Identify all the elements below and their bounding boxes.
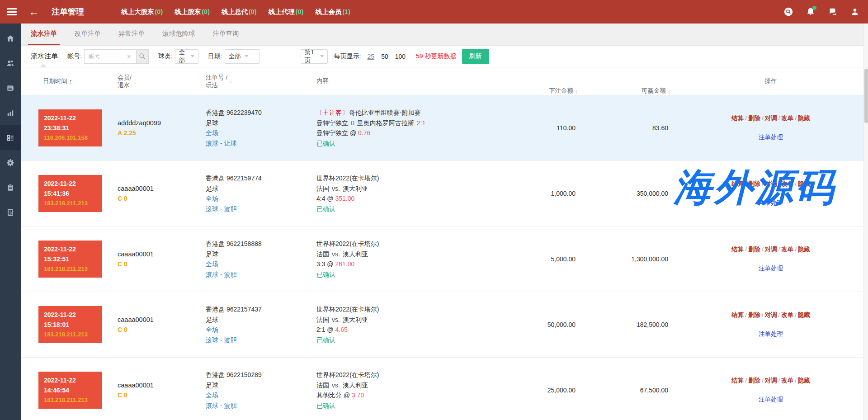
- header-nav-link[interactable]: 线上总代(0): [222, 8, 257, 16]
- action-settle-link[interactable]: 结算: [731, 311, 744, 318]
- refresh-button[interactable]: 刷新: [462, 49, 489, 64]
- tab-4[interactable]: 注单查询: [210, 24, 242, 45]
- action-settle-link[interactable]: 结算: [731, 377, 744, 384]
- sidebar-item-settings[interactable]: [0, 150, 21, 175]
- action-settle-link[interactable]: 结算: [731, 246, 744, 253]
- header-bet-amount[interactable]: 下注金额 ↓: [524, 67, 581, 95]
- action-modify-link[interactable]: 改单: [781, 311, 793, 318]
- home-team: 法国: [316, 382, 329, 389]
- scope-link[interactable]: 全场: [206, 325, 312, 335]
- action-hide-link[interactable]: 隐藏: [798, 311, 810, 318]
- sidebar-item-orders[interactable]: [0, 125, 21, 150]
- sidebar-item-users[interactable]: [0, 51, 21, 76]
- member-name: caaaa00001: [118, 316, 201, 323]
- sport-label: 球类:: [158, 52, 173, 61]
- action-delete-link[interactable]: 删除: [748, 377, 760, 384]
- header-datetime[interactable]: 日期时间 ↑: [21, 67, 113, 95]
- page-select[interactable]: 第1页: [301, 49, 328, 64]
- header-member[interactable]: 会员/ 退水 ↓: [113, 67, 201, 95]
- cell-actions: 结算/删除/对调/改单/隐藏 注单处理: [674, 227, 868, 292]
- action-links: 结算/删除/对调/改单/隐藏: [731, 180, 810, 188]
- process-order-link[interactable]: 注单处理: [759, 199, 783, 207]
- action-modify-link[interactable]: 改单: [781, 377, 793, 384]
- header-win-amount[interactable]: 可赢金额 ↓: [581, 67, 674, 95]
- page-size-label: 每页显示:: [334, 52, 361, 61]
- action-hide-link[interactable]: 隐藏: [798, 115, 810, 122]
- header-icons: [783, 7, 860, 17]
- tab-3[interactable]: 滚球危险球: [160, 24, 198, 45]
- cell-member: addddzaq0099 A 2.25: [113, 95, 201, 160]
- header-order[interactable]: 注单号 / 玩法 ↓: [201, 67, 312, 95]
- menu-icon[interactable]: [7, 8, 17, 15]
- user-icon[interactable]: [850, 7, 860, 17]
- header-nav-link[interactable]: 线上股东(0): [175, 8, 210, 16]
- play-type-link[interactable]: 滚球 - 波胆: [206, 335, 312, 345]
- sport-select[interactable]: 全部: [175, 49, 198, 64]
- vertical-scrollbar[interactable]: [863, 24, 868, 420]
- action-modify-link[interactable]: 改单: [781, 246, 793, 253]
- process-order-link[interactable]: 注单处理: [759, 133, 783, 142]
- datetime-badge: 2022-11-22 14:46:54 183.218.211.213: [38, 372, 102, 409]
- tab-0[interactable]: 流水注单: [28, 24, 60, 45]
- header-nav-link[interactable]: 线上会员(1): [315, 8, 350, 16]
- scope-link[interactable]: 全场: [206, 193, 312, 204]
- chevron-down-icon: [191, 55, 194, 57]
- action-hide-link[interactable]: 隐藏: [798, 246, 810, 253]
- action-separator: /: [795, 115, 797, 122]
- page-size-option[interactable]: 50: [380, 53, 389, 60]
- cell-content: 世界杯2022(在卡塔尔) 法国vs.澳大利亚 4:4 @ 351.00 已确认: [312, 161, 524, 226]
- action-delete-link[interactable]: 删除: [748, 115, 760, 122]
- cell-order: 香港盘 9622159774 足球 全场 滚球 - 波胆: [201, 161, 312, 226]
- header-nav-link[interactable]: 线上代理(0): [269, 8, 304, 16]
- datetime-badge: 2022-11-22 23:38:31 116.206.101.158: [38, 109, 102, 146]
- sidebar-item-tasks[interactable]: [0, 175, 21, 200]
- process-order-link[interactable]: 注单处理: [759, 396, 783, 404]
- search-icon[interactable]: [783, 7, 793, 17]
- tab-1[interactable]: 改单注单: [72, 24, 104, 45]
- action-modify-link[interactable]: 改单: [781, 115, 793, 122]
- process-order-link[interactable]: 注单处理: [759, 264, 783, 273]
- action-hide-link[interactable]: 隐藏: [798, 377, 810, 384]
- play-type-link[interactable]: 滚球 - 让球: [206, 138, 312, 149]
- messages-icon[interactable]: [828, 7, 838, 17]
- action-swap-link[interactable]: 对调: [765, 115, 777, 122]
- page-size-option[interactable]: 100: [394, 53, 406, 60]
- play-type-link[interactable]: 滚球 - 波胆: [206, 269, 312, 280]
- tab-2[interactable]: 异常注单: [116, 24, 147, 45]
- action-delete-link[interactable]: 删除: [748, 246, 760, 253]
- page-size-option[interactable]: 25: [367, 53, 376, 60]
- scope-link[interactable]: 全场: [206, 390, 312, 401]
- action-settle-link[interactable]: 结算: [731, 180, 744, 187]
- action-hide-link[interactable]: 隐藏: [798, 180, 810, 187]
- clear-icon[interactable]: ×: [127, 49, 136, 64]
- header-nav-link[interactable]: 线上大股东(0): [121, 8, 163, 16]
- play-type-link[interactable]: 滚球 - 波胆: [206, 204, 312, 214]
- sidebar-item-reports[interactable]: [0, 76, 21, 100]
- action-delete-link[interactable]: 删除: [748, 311, 760, 318]
- action-swap-link[interactable]: 对调: [765, 377, 777, 384]
- action-swap-link[interactable]: 对调: [765, 311, 777, 318]
- header-order-label: 注单号 / 玩法: [206, 74, 227, 89]
- action-separator: /: [762, 311, 764, 318]
- action-swap-link[interactable]: 对调: [765, 180, 777, 187]
- play-type-link[interactable]: 滚球 - 波胆: [206, 401, 312, 411]
- scope-link[interactable]: 全场: [206, 128, 312, 138]
- scope-link[interactable]: 全场: [206, 259, 312, 269]
- date-select[interactable]: 全部: [225, 49, 259, 64]
- search-button[interactable]: [136, 49, 149, 64]
- back-arrow-icon[interactable]: ←: [28, 6, 39, 17]
- action-settle-link[interactable]: 结算: [731, 115, 744, 122]
- sidebar-item-logs[interactable]: [0, 200, 21, 225]
- account-label: 帐号:: [67, 52, 82, 61]
- sidebar-item-home[interactable]: [0, 26, 21, 51]
- sidebar-item-statistics[interactable]: [0, 100, 21, 125]
- action-modify-link[interactable]: 改单: [781, 180, 793, 187]
- process-order-link[interactable]: 注单处理: [759, 330, 783, 338]
- content-league-line: 〔主让客〕哥伦比亚甲组联赛-附加赛: [316, 108, 524, 118]
- action-delete-link[interactable]: 删除: [748, 180, 760, 187]
- notifications-icon[interactable]: [806, 7, 816, 17]
- action-swap-link[interactable]: 对调: [765, 246, 777, 253]
- gear-icon: [6, 158, 15, 167]
- scrollbar-thumb[interactable]: [864, 69, 868, 123]
- cell-actions: 结算/删除/对调/改单/隐藏 注单处理: [674, 95, 868, 160]
